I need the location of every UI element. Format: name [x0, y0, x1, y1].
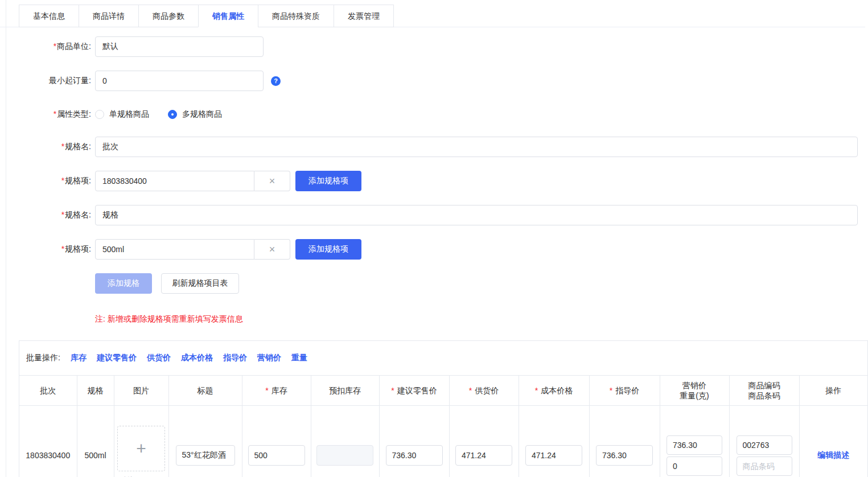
radio-single-spec[interactable]: 单规格商品	[95, 109, 149, 120]
required-mark: *	[54, 109, 56, 118]
batch-link-supply-price[interactable]: 供货价	[147, 353, 171, 363]
cell-supply-price	[449, 405, 519, 477]
unit-input[interactable]	[95, 36, 264, 57]
radio-single-spec-label: 单规格商品	[109, 109, 149, 120]
page-left-border	[6, 0, 6, 477]
unit-label: *商品单位:	[19, 42, 91, 52]
supply-price-input[interactable]	[455, 445, 512, 466]
radio-checked-icon	[168, 110, 177, 119]
add-spec-item-button[interactable]: 添加规格项	[295, 239, 361, 260]
required-mark: *	[61, 176, 64, 185]
cell-actions: 编辑描述	[799, 405, 867, 477]
radio-multi-spec-label: 多规格商品	[182, 109, 222, 120]
spec-item-input[interactable]	[95, 239, 254, 260]
tab-basic-info[interactable]: 基本信息	[19, 5, 79, 27]
tab-special-qualifications[interactable]: 商品特殊资质	[258, 5, 334, 27]
cell-image: + 建议:400*400	[114, 405, 168, 477]
batch-link-marketing-price[interactable]: 营销价	[257, 353, 281, 363]
suggest-price-input[interactable]	[386, 445, 443, 466]
batch-link-guide-price[interactable]: 指导价	[223, 353, 247, 363]
col-header-actions: 操作	[799, 376, 867, 405]
tab-bar: 基本信息 商品详情 商品参数 销售属性 商品特殊资质 发票管理	[19, 0, 868, 27]
table-row: 1803830400 500ml + 建议:400*400	[19, 405, 867, 477]
tab-sales-attributes[interactable]: 销售属性	[198, 5, 258, 27]
clear-spec-item-button[interactable]: ×	[254, 171, 290, 191]
attr-type-label: *属性类型:	[19, 109, 91, 120]
required-mark: *	[265, 386, 268, 395]
cell-code-barcode	[729, 405, 799, 477]
tab-product-details[interactable]: 商品详情	[79, 5, 139, 27]
guide-price-input[interactable]	[596, 445, 653, 466]
product-code-input[interactable]	[737, 435, 792, 455]
batch-operations-bar: 批量操作: 库存 建议零售价 供货价 成本价格 指导价 营销价 重量	[19, 341, 867, 376]
radio-unchecked-icon	[95, 110, 104, 119]
tab-product-params[interactable]: 商品参数	[138, 5, 199, 27]
cell-guide-price	[589, 405, 660, 477]
cell-marketing-weight	[660, 405, 729, 477]
cell-suggest-price	[379, 405, 449, 477]
col-header-supply-price: * 供货价	[449, 376, 519, 405]
marketing-price-input[interactable]	[667, 435, 722, 455]
cost-price-input[interactable]	[525, 445, 582, 466]
batch-link-cost-price[interactable]: 成本价格	[181, 353, 213, 363]
col-header-batch: 批次	[19, 376, 77, 405]
weight-input[interactable]	[667, 457, 722, 476]
col-header-suggest-price: * 建议零售价	[379, 376, 449, 405]
col-header-cost-price: * 成本价格	[519, 376, 589, 405]
col-header-image: 图片	[114, 376, 168, 405]
spec-name-label: *规格名:	[19, 210, 91, 220]
barcode-input[interactable]	[737, 457, 792, 476]
required-mark: *	[535, 386, 538, 395]
cell-title	[168, 405, 242, 477]
spec-name-input[interactable]	[95, 137, 858, 157]
col-header-spec: 规格	[77, 376, 114, 405]
add-spec-item-button[interactable]: 添加规格项	[295, 171, 361, 191]
required-mark: *	[610, 386, 612, 395]
required-mark: *	[54, 42, 56, 51]
clear-spec-item-button[interactable]: ×	[254, 239, 290, 260]
required-mark: *	[469, 386, 472, 395]
cell-spec: 500ml	[77, 405, 114, 477]
spec-name-label: *规格名:	[19, 142, 91, 152]
table-header-row: 批次 规格 图片 标题 * 库存 预扣库存 * 建议零售价 * 供货价 * 成本…	[19, 376, 867, 405]
tab-invoice-management[interactable]: 发票管理	[334, 5, 394, 27]
spec-table: 批次 规格 图片 标题 * 库存 预扣库存 * 建议零售价 * 供货价 * 成本…	[19, 376, 867, 477]
reserved-stock-input	[316, 445, 373, 466]
col-header-marketing-weight: 营销价重量(克)	[660, 376, 729, 405]
batch-link-stock[interactable]: 库存	[71, 353, 87, 363]
radio-multi-spec[interactable]: 多规格商品	[168, 109, 222, 120]
clear-icon: ×	[269, 244, 275, 256]
clear-icon: ×	[269, 175, 275, 187]
cell-cost-price	[519, 405, 589, 477]
min-order-label: 最小起订量:	[19, 76, 91, 86]
spec-name-input[interactable]	[95, 205, 858, 225]
col-header-code-barcode: 商品编码商品条码	[729, 376, 799, 405]
help-icon[interactable]: ?	[271, 76, 281, 86]
cell-batch: 1803830400	[19, 405, 77, 477]
cell-stock	[242, 405, 311, 477]
edit-description-link[interactable]: 编辑描述	[817, 450, 849, 459]
sales-attributes-form: *商品单位: 最小起订量: ? *属性类型: 单规格商品 多规格商品 *规格名:	[19, 36, 868, 324]
batch-link-suggest-price[interactable]: 建议零售价	[97, 353, 137, 363]
spec-item-label: *规格项:	[19, 244, 91, 254]
plus-icon: +	[136, 440, 146, 457]
min-order-input[interactable]	[95, 71, 264, 91]
refresh-spec-table-button[interactable]: 刷新规格项目表	[161, 273, 239, 294]
spec-table-container: 批量操作: 库存 建议零售价 供货价 成本价格 指导价 营销价 重量 批次 规格…	[19, 340, 868, 477]
image-upload-button[interactable]: +	[117, 426, 165, 471]
col-header-title: 标题	[168, 376, 242, 405]
required-mark: *	[61, 142, 64, 151]
required-mark: *	[391, 386, 394, 395]
title-input[interactable]	[176, 445, 235, 466]
col-header-guide-price: * 指导价	[589, 376, 660, 405]
spec-item-input[interactable]	[95, 171, 254, 191]
required-mark: *	[61, 210, 64, 219]
col-header-reserved-stock: 预扣库存	[311, 376, 379, 405]
col-header-stock: * 库存	[242, 376, 311, 405]
batch-link-weight[interactable]: 重量	[291, 353, 307, 363]
required-mark: *	[61, 244, 64, 253]
stock-input[interactable]	[248, 445, 305, 466]
spec-item-label: *规格项:	[19, 176, 91, 186]
add-spec-button[interactable]: 添加规格	[95, 273, 152, 294]
batch-operations-label: 批量操作:	[26, 353, 60, 363]
